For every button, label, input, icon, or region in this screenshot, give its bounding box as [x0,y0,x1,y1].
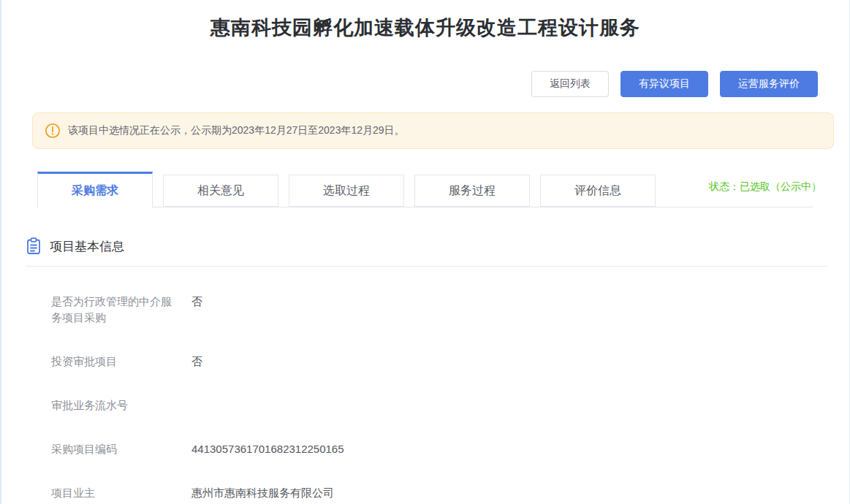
field-row-project-owner: 项目业主 惠州市惠南科技服务有限公司 [51,485,820,501]
basic-info-form: 是否为行政管理的中介服务项目采购 否 投资审批项目 否 审批业务流水号 采购项目… [51,294,820,501]
field-row-approval-serial-number: 审批业务流水号 [51,397,820,413]
section-title: 项目基本信息 [50,238,124,255]
field-value: 惠州市惠南科技服务有限公司 [191,485,334,501]
field-row-intermediary-procurement: 是否为行政管理的中介服务项目采购 否 [51,294,820,326]
clipboard-icon [26,237,42,255]
warning-circle-icon [45,123,61,139]
tab-bar: 采购需求 相关意见 选取过程 服务过程 评价信息 状态：已选取（公示中） [37,172,813,207]
field-label: 采购项目编码 [51,441,177,457]
field-label: 是否为行政管理的中介服务项目采购 [51,294,177,326]
tab-service-process[interactable]: 服务过程 [414,175,530,207]
toolbar: 返回列表 有异议项目 运营服务评价 [1,71,818,97]
field-row-investment-approval: 投资审批项目 否 [51,354,820,370]
tab-evaluation-info[interactable]: 评价信息 [540,175,656,207]
objection-project-button[interactable]: 有异议项目 [621,71,708,97]
status-badge: 状态：已选取（公示中） [709,180,821,194]
section-header-basic-info: 项目基本信息 [26,237,827,267]
field-label: 审批业务流水号 [51,397,177,413]
operation-service-evaluation-button[interactable]: 运营服务评价 [720,71,818,97]
page-title: 惠南科技园孵化加速载体升级改造工程设计服务 [1,0,849,41]
field-value: 否 [191,354,202,370]
public-notice-banner: 该项目中选情况正在公示，公示期为2023年12月27日至2023年12月29日。 [32,112,834,149]
field-value: 4413057361701682312250165 [191,441,344,457]
notice-text: 该项目中选情况正在公示，公示期为2023年12月27日至2023年12月29日。 [68,124,405,137]
tab-related-opinions[interactable]: 相关意见 [163,175,278,207]
tab-selection-process[interactable]: 选取过程 [289,175,404,207]
field-label: 投资审批项目 [51,354,177,370]
back-to-list-button[interactable]: 返回列表 [531,71,609,97]
field-label: 项目业主 [51,485,177,501]
field-value: 否 [191,294,202,326]
tab-procurement-demand[interactable]: 采购需求 [37,172,153,207]
field-row-procurement-project-code: 采购项目编码 4413057361701682312250165 [51,441,820,457]
